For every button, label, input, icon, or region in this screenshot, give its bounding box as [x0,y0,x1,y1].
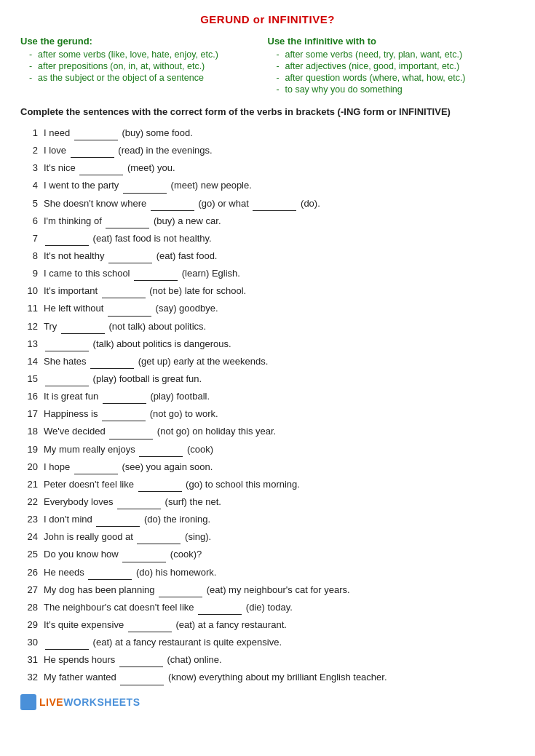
table-row: 8It's not healthy (eat) fast food. [20,247,515,265]
table-row: 19My mum really enjoys (cook) [20,441,515,458]
answer-blank [120,675,164,685]
sentence-number: 8 [20,247,41,265]
sentence-text: (eat) at a fancy restaurant is quite exp… [41,634,515,651]
table-row: 10It's important (not be) late for schoo… [20,282,515,300]
sentence-number: 27 [20,581,41,599]
footer-text: LIVEWORKSHEETS [39,696,140,708]
answer-blank [253,201,296,211]
table-row: 3It's nice (meet) you. [20,159,515,177]
table-row: 17Happiness is (not go) to work. [20,405,515,423]
sentence-number: 5 [20,195,41,212]
sentence-text: I hope (see) you again soon. [41,458,515,476]
logo-icon [20,694,36,710]
infinitive-item: to say why you do something [277,84,515,95]
sentence-text: He spends hours (chat) online. [41,651,515,669]
table-row: 13 (talk) about politics is dangerous. [20,335,515,353]
infinitive-item: after adjectives (nice, good, important,… [277,61,515,71]
gerund-title: Use the gerund: [20,36,268,47]
answer-blank [45,236,89,246]
answer-blank [74,130,118,140]
sentence-text: She doesn't know where (go) or what (do)… [41,195,515,212]
answer-blank [102,411,146,421]
table-row: 29It's quite expensive (eat) at a fancy … [20,616,515,634]
sentence-number: 23 [20,511,41,528]
sentence-text: My father wanted (know) everything about… [41,669,515,686]
answer-blank [108,306,151,317]
sentence-number: 12 [20,318,41,335]
answer-blank [71,148,114,158]
table-row: 11He left without (say) goodbye. [20,300,515,317]
sentence-text: My dog has been planning (eat) my neighb… [41,581,515,599]
sentence-number: 24 [20,528,41,546]
answer-blank [138,482,182,492]
table-row: 12Try (not talk) about politics. [20,318,515,335]
answer-blank [159,587,202,597]
sentence-text: Try (not talk) about politics. [41,318,515,335]
sentence-text: (talk) about politics is dangerous. [41,335,515,353]
sentence-text: Peter doesn't feel like (go) to school t… [41,476,515,493]
answer-blank [102,288,146,298]
answer-blank [90,359,134,369]
sentence-text: It's important (not be) late for school. [41,282,515,300]
sentence-text: My mum really enjoys (cook) [41,441,515,458]
table-row: 2I love (read) in the evenings. [20,142,515,159]
table-row: 4I went to the party (meet) new people. [20,177,515,194]
answer-blank [123,183,167,194]
footer-worksheets: WORKSHEETS [63,696,140,708]
answer-blank [139,447,183,457]
sentence-number: 31 [20,651,41,669]
table-row: 22Everybody loves (surf) the net. [20,493,515,511]
table-row: 18We've decided (not go) on holiday this… [20,423,515,440]
answer-blank [198,605,242,615]
table-row: 20I hope (see) you again soon. [20,458,515,476]
sentence-text: It's nice (meet) you. [41,159,515,177]
infinitive-list: after some verbs (need, try, plan, want,… [268,49,515,95]
answer-blank [88,570,132,580]
footer-live: LIVE [39,696,63,708]
sentence-number: 21 [20,476,41,493]
answer-blank [45,341,89,351]
table-row: 15 (play) football is great fun. [20,370,515,388]
table-row: 24John is really good at (sing). [20,528,515,546]
sentence-number: 29 [20,616,41,634]
infinitive-item: after some verbs (need, try, plan, want,… [277,49,515,60]
sentence-text: I'm thinking of (buy) a new car. [41,212,515,230]
table-row: 6I'm thinking of (buy) a new car. [20,212,515,230]
gerund-item: after some verbs (like, love, hate, enjo… [29,49,268,60]
sentence-text: I need (buy) some food. [41,124,515,142]
answer-blank [79,165,123,175]
sentence-text: It is great fun (play) football. [41,388,515,405]
answer-blank [134,271,178,281]
sentence-number: 9 [20,265,41,282]
answer-blank [74,464,118,474]
table-row: 21Peter doesn't feel like (go) to school… [20,476,515,493]
sentence-number: 4 [20,177,41,194]
table-row: 27My dog has been planning (eat) my neig… [20,581,515,599]
answer-blank [106,218,149,228]
page-title: GERUND or INFINITIVE? [20,13,515,25]
sentence-text: She hates (get up) early at the weekends… [41,353,515,370]
table-row: 23I don't mind (do) the ironing. [20,511,515,528]
answer-blank [108,253,152,263]
sentence-text: It's quite expensive (eat) at a fancy re… [41,616,515,634]
answer-blank [109,429,153,439]
gerund-col: Use the gerund: after some verbs (like, … [20,36,268,96]
sentence-text: Happiness is (not go) to work. [41,405,515,423]
instruction: Complete the sentences with the correct … [20,106,515,117]
sentence-number: 1 [20,124,41,142]
sentence-number: 18 [20,423,41,440]
sentence-text: Do you know how (cook)? [41,546,515,563]
sentence-number: 6 [20,212,41,230]
answer-blank [96,517,140,527]
sentence-number: 14 [20,353,41,370]
sentence-text: He left without (say) goodbye. [41,300,515,317]
table-row: 1I need (buy) some food. [20,124,515,142]
sentence-number: 19 [20,441,41,458]
sentence-text: Everybody loves (surf) the net. [41,493,515,511]
answer-blank [103,394,146,404]
rules-section: Use the gerund: after some verbs (like, … [20,36,515,96]
table-row: 25Do you know how (cook)? [20,546,515,563]
answer-blank [128,622,172,632]
infinitive-title: Use the infinitive with to [268,36,515,47]
sentence-text: (play) football is great fun. [41,370,515,388]
